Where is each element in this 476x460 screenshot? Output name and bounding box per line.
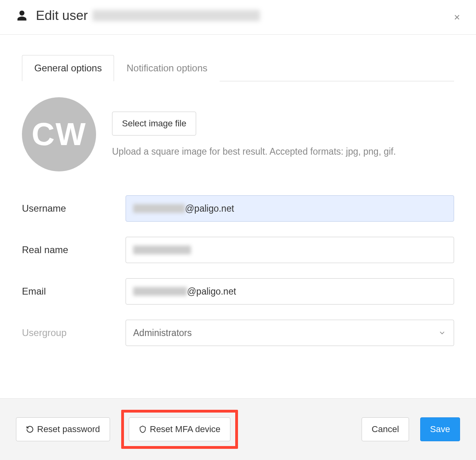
- email-suffix: @paligo.net: [187, 286, 236, 297]
- reset-mfa-highlight: Reset MFA device: [121, 410, 238, 449]
- cancel-button[interactable]: Cancel: [362, 417, 409, 441]
- avatar: CW: [22, 97, 96, 171]
- shield-icon: [139, 425, 147, 433]
- avatar-help-text: Upload a square image for best result. A…: [112, 145, 454, 158]
- save-button[interactable]: Save: [420, 417, 460, 441]
- input-realname[interactable]: [126, 237, 454, 263]
- close-button[interactable]: ×: [454, 12, 460, 22]
- title-prefix: Edit user: [36, 8, 88, 23]
- reset-password-label: Reset password: [37, 424, 100, 434]
- modal-title: Edit user: [36, 8, 260, 23]
- row-email: Email @paligo.net: [22, 278, 454, 305]
- row-usergroup: Usergroup Administrators: [22, 320, 454, 346]
- title-user-email-redacted: [92, 10, 260, 21]
- label-username: Username: [22, 203, 114, 214]
- tabs: General options Notification options: [22, 55, 454, 81]
- input-email[interactable]: @paligo.net: [126, 278, 454, 305]
- select-image-button[interactable]: Select image file: [112, 112, 196, 136]
- reset-mfa-label: Reset MFA device: [150, 424, 220, 434]
- select-usergroup[interactable]: Administrators: [126, 320, 454, 346]
- reset-password-button[interactable]: Reset password: [16, 417, 110, 441]
- modal-header: Edit user ×: [0, 0, 476, 35]
- label-usergroup: Usergroup: [22, 327, 114, 338]
- row-username: Username @paligo.net: [22, 195, 454, 222]
- refresh-icon: [26, 425, 34, 433]
- edit-user-modal: Edit user × General options Notification…: [0, 0, 476, 460]
- label-realname: Real name: [22, 244, 114, 256]
- avatar-actions: Select image file Upload a square image …: [112, 97, 454, 158]
- reset-mfa-button[interactable]: Reset MFA device: [129, 417, 230, 441]
- realname-redacted: [133, 246, 191, 254]
- label-email: Email: [22, 286, 114, 297]
- user-icon: [16, 10, 28, 22]
- modal-body: General options Notification options CW …: [0, 35, 476, 398]
- tab-general-options[interactable]: General options: [22, 55, 114, 81]
- email-prefix-redacted: [133, 287, 187, 296]
- tab-notification-options[interactable]: Notification options: [114, 55, 220, 81]
- select-usergroup-value: Administrators: [126, 320, 454, 346]
- avatar-section: CW Select image file Upload a square ima…: [22, 97, 454, 171]
- row-realname: Real name: [22, 237, 454, 263]
- input-username[interactable]: @paligo.net: [126, 195, 454, 222]
- modal-footer: Reset password Reset MFA device Cancel S…: [0, 398, 476, 460]
- username-prefix-redacted: [133, 204, 185, 213]
- username-suffix: @paligo.net: [185, 203, 234, 214]
- tab-panel-general: CW Select image file Upload a square ima…: [22, 81, 454, 346]
